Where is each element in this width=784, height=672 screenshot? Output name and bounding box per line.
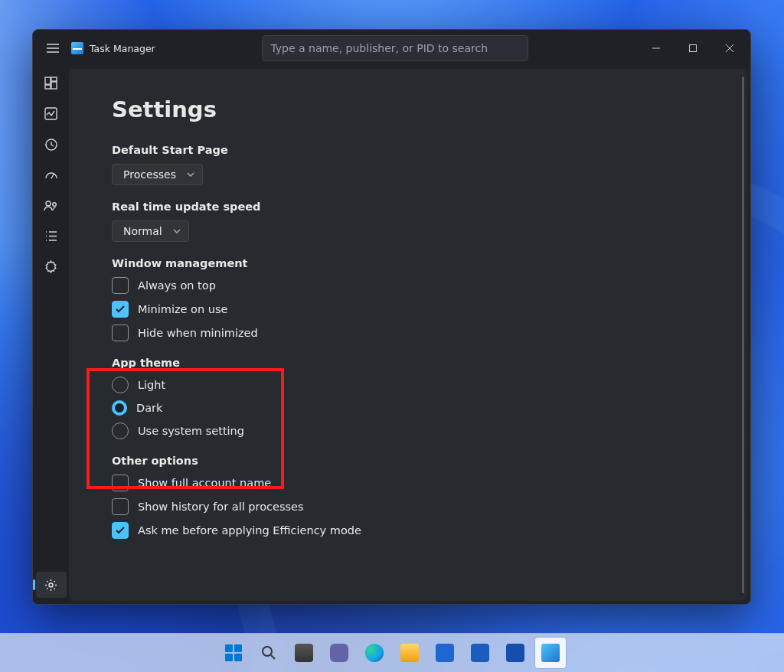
option-label: Show history for all processes	[138, 501, 304, 513]
taskbar-task-manager[interactable]	[535, 638, 566, 668]
svg-point-8	[53, 202, 57, 206]
window-controls	[639, 36, 747, 60]
label-window-management: Window management	[112, 257, 704, 269]
dropdown-default-start-page[interactable]: Processes	[112, 164, 203, 185]
option-label: Always on top	[138, 279, 216, 292]
option-always-on-top[interactable]: Always on top	[112, 277, 704, 294]
checkbox[interactable]	[112, 498, 129, 515]
group-window-management: Window management Always on top Minimize…	[112, 257, 704, 341]
start-icon	[225, 644, 242, 661]
group-app-theme: App theme Light Dark Use system setting	[112, 357, 704, 439]
taskbar-search[interactable]	[253, 638, 284, 668]
sidebar-item-startup-apps[interactable]	[36, 161, 67, 188]
option-label: Light	[138, 379, 165, 391]
svg-rect-3	[51, 82, 57, 89]
label-app-theme: App theme	[112, 357, 704, 369]
sidebar-item-app-history[interactable]	[36, 131, 67, 157]
minimize-button[interactable]	[639, 36, 674, 60]
app-icon	[71, 42, 83, 54]
option-label: Show full account name	[138, 477, 271, 489]
taskbar	[0, 633, 784, 672]
store-icon	[436, 644, 454, 662]
svg-rect-1	[45, 77, 51, 84]
sidebar-item-settings[interactable]	[36, 572, 67, 598]
taskbar-start[interactable]	[218, 638, 249, 668]
svg-rect-5	[45, 108, 57, 119]
option-label: Use system setting	[138, 425, 244, 437]
nav-toggle-button[interactable]	[39, 34, 67, 62]
sidebar-item-processes[interactable]	[36, 70, 67, 96]
option-theme-dark[interactable]: Dark	[112, 400, 704, 416]
app-title-text: Task Manager	[90, 43, 155, 54]
taskbar-store[interactable]	[430, 638, 460, 668]
label-other-options: Other options	[112, 455, 704, 467]
chevron-down-icon	[173, 229, 181, 233]
svg-point-7	[46, 201, 51, 206]
maximize-button[interactable]	[675, 36, 710, 60]
folder-icon	[400, 644, 419, 662]
checkbox[interactable]	[112, 475, 129, 491]
task-view-icon	[295, 644, 313, 662]
group-default-start-page: Default Start Page Processes	[112, 144, 704, 185]
taskbar-explorer[interactable]	[394, 638, 425, 668]
sidebar-item-services[interactable]	[36, 253, 67, 279]
group-update-speed: Real time update speed Normal	[112, 201, 704, 242]
scrollbar[interactable]	[742, 77, 744, 593]
chevron-down-icon	[187, 172, 194, 177]
option-minimize-on-use[interactable]: Minimize on use	[112, 301, 704, 318]
page-title: Settings	[112, 96, 704, 122]
taskbar-task-view[interactable]	[289, 638, 319, 668]
svg-point-9	[49, 583, 53, 587]
group-other-options: Other options Show full account name Sho…	[112, 455, 704, 539]
titlebar: Task Manager Type a name, publisher, or …	[33, 30, 750, 67]
edge-icon	[365, 644, 384, 662]
option-label: Dark	[136, 402, 162, 414]
svg-rect-0	[690, 45, 697, 52]
sidebar-item-details[interactable]	[36, 223, 67, 249]
checkbox[interactable]	[112, 301, 129, 318]
taskbar-word[interactable]	[500, 638, 531, 668]
radio[interactable]	[112, 422, 129, 439]
sidebar-item-users[interactable]	[36, 192, 67, 218]
word-icon	[506, 644, 524, 662]
option-theme-light[interactable]: Light	[112, 377, 704, 393]
search-placeholder-text: Type a name, publisher, or PID to search	[270, 42, 488, 54]
checkbox[interactable]	[112, 325, 129, 341]
dropdown-value: Normal	[123, 225, 162, 237]
option-theme-system[interactable]: Use system setting	[112, 422, 704, 439]
sidebar	[33, 67, 69, 604]
window-body: Settings Default Start Page Processes Re…	[33, 67, 750, 604]
svg-point-10	[263, 647, 272, 656]
option-label: Minimize on use	[138, 303, 227, 315]
option-hide-when-minimized[interactable]: Hide when minimized	[112, 325, 704, 341]
option-full-account-name[interactable]: Show full account name	[112, 475, 704, 491]
chat-icon	[330, 644, 348, 662]
option-label: Ask me before applying Efficiency mode	[138, 524, 361, 537]
app-title: Task Manager	[71, 42, 155, 54]
taskbar-outlook[interactable]	[465, 638, 495, 668]
settings-panel: Settings Default Start Page Processes Re…	[69, 69, 747, 601]
svg-rect-4	[45, 85, 51, 89]
sidebar-item-performance[interactable]	[36, 100, 67, 126]
option-ask-efficiency-mode[interactable]: Ask me before applying Efficiency mode	[112, 522, 704, 539]
search-icon	[260, 644, 277, 661]
task-manager-window: Task Manager Type a name, publisher, or …	[32, 29, 751, 605]
checkbox[interactable]	[112, 522, 129, 539]
close-button[interactable]	[712, 36, 747, 60]
radio[interactable]	[112, 377, 129, 393]
option-history-all-processes[interactable]: Show history for all processes	[112, 498, 704, 515]
taskbar-edge[interactable]	[359, 638, 390, 668]
search-input[interactable]: Type a name, publisher, or PID to search	[262, 35, 528, 61]
outlook-icon	[471, 644, 489, 662]
radio[interactable]	[112, 400, 127, 416]
task-manager-icon	[541, 644, 560, 662]
checkbox[interactable]	[112, 277, 129, 294]
dropdown-value: Processes	[123, 168, 176, 181]
label-default-start-page: Default Start Page	[112, 144, 704, 156]
svg-rect-2	[51, 77, 57, 81]
taskbar-chat[interactable]	[324, 638, 354, 668]
label-update-speed: Real time update speed	[112, 201, 704, 213]
dropdown-update-speed[interactable]: Normal	[112, 220, 189, 242]
option-label: Hide when minimized	[138, 327, 258, 339]
